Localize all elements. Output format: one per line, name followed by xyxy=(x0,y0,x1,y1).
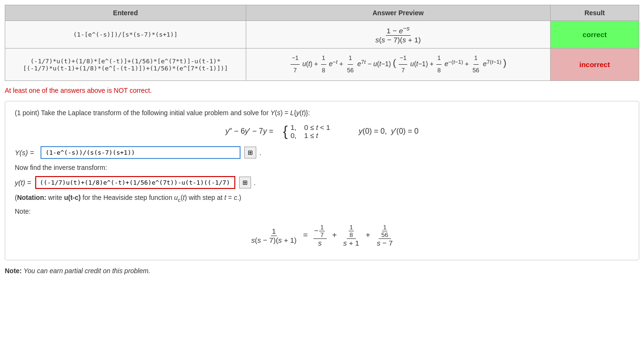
ys-label: Y(s) = xyxy=(15,148,34,157)
bottom-note: Note: You can earn partial credit on thi… xyxy=(5,267,639,275)
pf-frac-18: 18 s + 1 xyxy=(342,224,361,247)
problem-box: (1 point) Take the Laplace transform of … xyxy=(5,101,639,260)
case-2-value: 0, xyxy=(291,131,297,139)
ys-input-row: Y(s) = ⊞ . xyxy=(15,146,629,159)
case-1-condition: 0 ≤ t < 1 xyxy=(304,123,331,131)
yt-input-row: y(t) = ⊞ . xyxy=(15,176,629,189)
answer-table: Entered Answer Preview Result (1-[e^(-s)… xyxy=(5,5,639,81)
piecewise-case-1: 1, 0 ≤ t < 1 xyxy=(291,123,330,131)
case-1-value: 1, xyxy=(291,123,297,131)
col-header-preview: Answer Preview xyxy=(246,5,550,21)
left-brace: { xyxy=(283,124,288,138)
ys-dot: . xyxy=(259,148,261,157)
preview-cell-2: −17 u(t) + 18 e−t + 156 e7t − u(t−1) ( −… xyxy=(246,49,550,81)
alert-message: At least one of the answers above is NOT… xyxy=(5,87,639,94)
table-row: (-1/7)*u(t)+(1/8)*[e^(-t)]+(1/56)*[e^(7*… xyxy=(5,49,639,81)
note-label: Note: xyxy=(15,208,629,215)
yt-input[interactable] xyxy=(35,176,235,189)
pf-frac-main: 1 s(s − 7)(s + 1) xyxy=(250,227,297,245)
yt-grid-button[interactable]: ⊞ xyxy=(239,177,251,188)
frac-18b: 18 xyxy=(436,52,442,77)
preview-cell-1: 1 − e−s s(s − 7)(s + 1) xyxy=(246,21,550,49)
partial-frac-display: 1 s(s − 7)(s + 1) = −17 s + 18 s + 1 + 1… xyxy=(15,224,629,247)
col-header-result: Result xyxy=(550,5,639,21)
piecewise-case-2: 0, 1 ≤ t xyxy=(291,131,330,139)
ode-display: y″ − 6y′ − 7y = { 1, 0 ≤ t < 1 0, 1 ≤ t … xyxy=(15,123,629,139)
result-cell-1: correct xyxy=(550,21,639,49)
bottom-note-italic: You can earn partial credit on this prob… xyxy=(23,267,150,275)
problem-statement: (1 point) Take the Laplace transform of … xyxy=(15,109,629,117)
notation-bold: Notation: xyxy=(17,194,46,201)
ode-piecewise: { 1, 0 ≤ t < 1 0, 1 ≤ t xyxy=(283,123,330,139)
entered-cell-2: (-1/7)*u(t)+(1/8)*[e^(-t)]+(1/56)*[e^(7*… xyxy=(5,49,246,81)
table-row: (1-[e^(-s)])/[s*(s-7)*(s+1)] 1 − e−s s(s… xyxy=(5,21,639,49)
case-2-condition: 1 ≤ t xyxy=(304,131,318,139)
result-cell-2: incorrect xyxy=(550,49,639,81)
problem-text: Take the Laplace transform of the follow… xyxy=(41,109,310,117)
problem-points: (1 point) xyxy=(15,109,39,117)
frac-18a: 18 xyxy=(321,52,326,77)
frac-156a: 156 xyxy=(346,52,354,77)
frac-156b: 156 xyxy=(472,52,480,77)
ys-grid-button[interactable]: ⊞ xyxy=(244,147,256,158)
ode-ic: y(0) = 0, y′(0) = 0 xyxy=(359,127,419,136)
yt-dot: . xyxy=(254,178,256,187)
frac-neg17: −17 xyxy=(291,52,299,77)
bottom-note-bold: Note: xyxy=(5,267,22,275)
pf-frac-156: 156 s − 7 xyxy=(376,224,394,247)
preview-fraction-1: 1 − e−s s(s − 7)(s + 1) xyxy=(374,25,422,44)
piecewise-cases: 1, 0 ≤ t < 1 0, 1 ≤ t xyxy=(291,123,330,139)
ys-input[interactable] xyxy=(40,146,241,159)
inverse-transform-label: Now find the inverse transform: xyxy=(15,164,629,171)
pf-frac-neg17: −17 s xyxy=(313,224,327,247)
yt-label: y(t) = xyxy=(15,178,31,187)
col-header-entered: Entered xyxy=(5,5,246,21)
notation-text: (Notation: write u(t-c) for the Heavisid… xyxy=(15,194,629,203)
ode-left: y″ − 6y′ − 7y = xyxy=(225,127,273,136)
frac-neg17b: −17 xyxy=(399,52,407,77)
entered-cell-1: (1-[e^(-s)])/[s*(s-7)*(s+1)] xyxy=(5,21,246,49)
